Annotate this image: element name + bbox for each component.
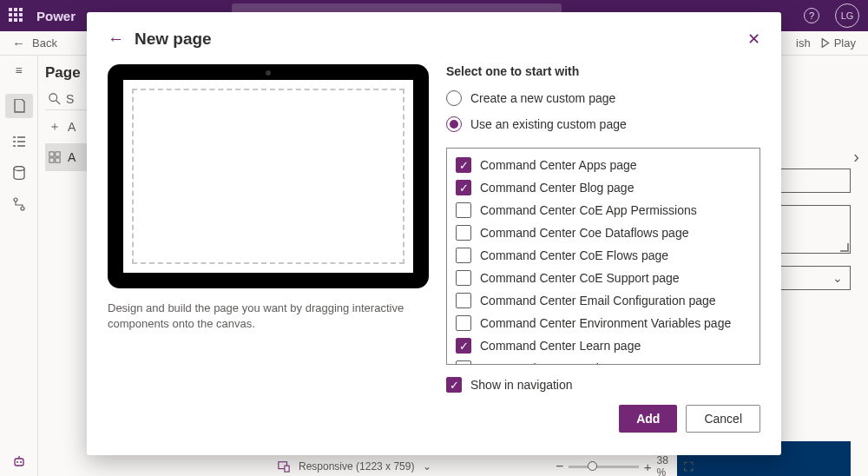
tablet-preview xyxy=(108,64,429,288)
list-item[interactable]: Command Center Environment Variables pag… xyxy=(450,312,756,334)
modal-footer: Add Cancel xyxy=(446,405,760,433)
radio-use-existing[interactable]: Use an existing custom page xyxy=(446,116,760,132)
list-item-label: Command Center CoE Support page xyxy=(480,271,680,285)
cancel-button[interactable]: Cancel xyxy=(686,405,760,433)
new-page-modal: ← New page ✕ Design and build the page y… xyxy=(87,12,781,455)
list-item[interactable]: Command Center Email Configuration page xyxy=(450,289,756,312)
radio-create-new[interactable]: Create a new custom page xyxy=(446,90,760,106)
list-item-label: Command Center Coe Dataflows page xyxy=(480,226,688,240)
modal-back-button[interactable]: ← xyxy=(108,30,124,49)
existing-pages-list[interactable]: Command Center Apps pageCommand Center B… xyxy=(446,148,760,365)
list-item[interactable]: Command Center Apps page xyxy=(450,154,756,176)
radio-label: Use an existing custom page xyxy=(470,117,627,131)
show-in-nav-row[interactable]: Show in navigation xyxy=(446,377,760,393)
checkbox-icon xyxy=(456,338,471,354)
modal-overlay: ← New page ✕ Design and build the page y… xyxy=(0,0,868,476)
checkbox-icon xyxy=(456,180,471,195)
close-icon[interactable]: ✕ xyxy=(747,30,760,49)
list-item[interactable]: Command Center CoE Support page xyxy=(450,267,756,289)
checkbox-icon xyxy=(456,360,471,365)
checkbox-icon xyxy=(456,202,471,218)
list-item[interactable]: Command Center Learn page xyxy=(450,334,756,357)
radio-icon xyxy=(446,116,462,132)
tablet-camera-icon xyxy=(266,70,271,76)
list-item-label: Command Center CoE App Permissions xyxy=(480,203,697,217)
list-item[interactable]: Command Center Blog page xyxy=(450,176,756,199)
modal-header: ← New page ✕ xyxy=(108,30,760,49)
list-item[interactable]: Command Center Coe Dataflows page xyxy=(450,221,756,244)
modal-options-column: Select one to start with Create a new cu… xyxy=(446,64,760,438)
list-item[interactable]: Command Center CoE App Permissions xyxy=(450,199,756,221)
checkbox-icon xyxy=(456,157,471,173)
checkbox-icon xyxy=(456,248,471,263)
checkbox-icon xyxy=(456,225,471,241)
modal-title: New page xyxy=(135,30,212,49)
checkbox-icon xyxy=(456,293,471,308)
show-nav-label: Show in navigation xyxy=(470,378,573,392)
list-item[interactable]: Command Center Maker Apps xyxy=(450,357,756,365)
modal-preview-column: Design and build the page you want by dr… xyxy=(108,64,429,438)
list-item-label: Command Center Apps page xyxy=(480,158,637,172)
add-button[interactable]: Add xyxy=(619,405,677,433)
radio-icon xyxy=(446,90,462,106)
radio-label: Create a new custom page xyxy=(470,91,615,105)
list-item-label: Command Center Email Configuration page xyxy=(480,294,716,307)
checkbox-icon xyxy=(456,270,471,286)
list-item-label: Command Center Blog page xyxy=(480,181,634,195)
list-item-label: Command Center Maker Apps xyxy=(480,361,643,365)
modal-section-title: Select one to start with xyxy=(446,64,760,78)
list-item-label: Command Center Learn page xyxy=(480,339,641,353)
checkbox-icon xyxy=(446,377,462,393)
modal-description: Design and build the page you want by dr… xyxy=(108,301,429,332)
list-item[interactable]: Command Center CoE Flows page xyxy=(450,244,756,267)
list-item-label: Command Center CoE Flows page xyxy=(480,248,668,262)
checkbox-icon xyxy=(456,315,471,331)
list-item-label: Command Center Environment Variables pag… xyxy=(480,316,731,330)
